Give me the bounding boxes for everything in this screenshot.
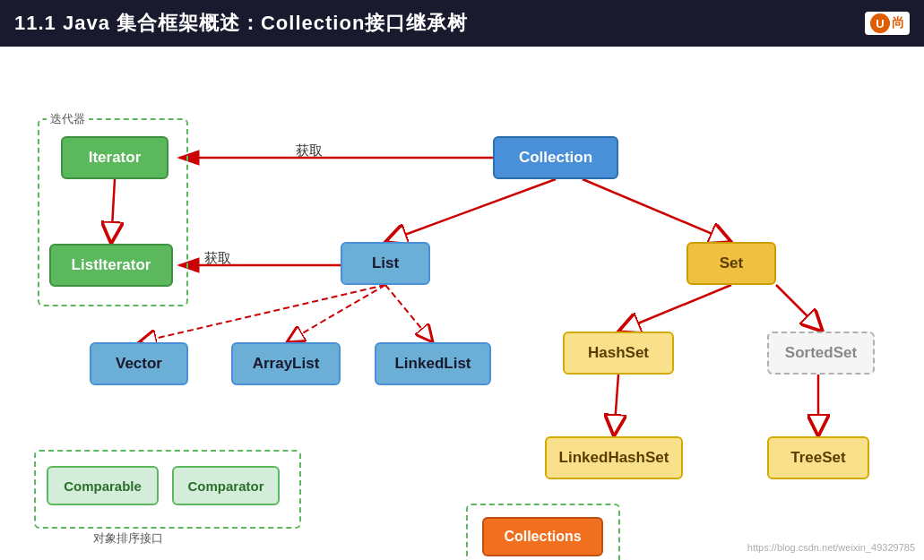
node-sortedset: SortedSet <box>767 332 875 375</box>
page-container: 11.1 Java 集合框架概述：Collection接口继承树 U 尚 <box>0 0 924 560</box>
node-iterator: Iterator <box>61 136 168 179</box>
node-set: Set <box>687 242 776 285</box>
svg-line-10 <box>385 285 433 342</box>
node-list: List <box>341 242 430 285</box>
svg-line-12 <box>776 285 823 332</box>
label-get2: 获取 <box>204 250 231 267</box>
node-collections: Collections <box>482 517 603 556</box>
sorting-region-label: 对象排序接口 <box>90 530 167 547</box>
node-vector: Vector <box>90 342 188 385</box>
node-comparable: Comparable <box>47 466 159 505</box>
svg-line-6 <box>583 179 731 242</box>
svg-line-9 <box>287 285 385 342</box>
logo: U 尚 <box>865 12 910 35</box>
node-arraylist: ArrayList <box>231 342 341 385</box>
page-title: 11.1 Java 集合框架概述：Collection接口继承树 <box>14 10 468 37</box>
node-collection: Collection <box>493 136 618 179</box>
header: 11.1 Java 集合框架概述：Collection接口继承树 U 尚 <box>0 0 924 47</box>
svg-line-7 <box>341 285 345 297</box>
svg-line-5 <box>385 179 556 242</box>
logo-u: U <box>870 13 890 33</box>
label-get1: 获取 <box>296 142 323 159</box>
diagram-area: 迭代器 对象排序接口 容器工具类 获取 获取 Collection Iterat… <box>0 47 924 560</box>
node-linkedhashset: LinkedHashSet <box>545 436 683 479</box>
svg-line-11 <box>618 285 731 332</box>
node-linkedlist: LinkedList <box>375 342 491 385</box>
node-comparator: Comparator <box>172 466 280 505</box>
svg-line-13 <box>614 375 618 436</box>
node-hashset: HashSet <box>563 332 674 375</box>
node-list-iterator: ListIterator <box>49 244 173 287</box>
url-watermark: https://blog.csdn.net/weixin_49329785 <box>747 542 915 553</box>
iterator-region-label: 迭代器 <box>47 111 89 127</box>
node-treeset: TreeSet <box>767 436 869 479</box>
